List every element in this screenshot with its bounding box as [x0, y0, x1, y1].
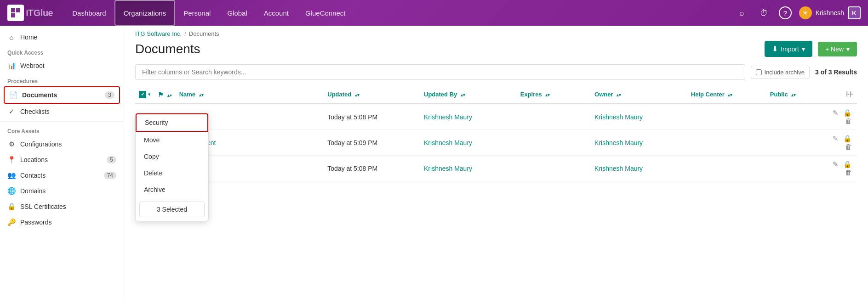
row1-owner[interactable]: Krishnesh Maury	[594, 113, 643, 121]
helpcenter-sort[interactable]: ▴▾	[728, 93, 732, 97]
owner-sort[interactable]: ▴▾	[617, 93, 621, 97]
th-checkbox: ✓ ▾	[135, 85, 154, 104]
th-owner-label: Owner	[594, 91, 613, 98]
row3-delete-icon[interactable]: 🗑	[845, 168, 852, 176]
select-all-checkbox[interactable]: ✓	[139, 91, 146, 98]
results-count: 3 of 3 Results	[815, 68, 857, 76]
th-updated[interactable]: Updated ▴▾	[324, 85, 420, 104]
row2-owner[interactable]: Krishnesh Maury	[594, 139, 643, 146]
ctx-delete[interactable]: Delete	[136, 165, 208, 181]
filter-input[interactable]	[135, 64, 745, 80]
row2-updatedby[interactable]: Krishnesh Maury	[424, 139, 472, 146]
sidebar-item-contacts[interactable]: 👥 Contacts 74	[0, 168, 124, 183]
row1-edit-icon[interactable]: ✎	[833, 109, 839, 117]
th-helpcenter[interactable]: Help Center ▴▾	[687, 85, 766, 104]
import-button[interactable]: ⬇ Import ▾	[765, 41, 812, 57]
expires-sort[interactable]: ▴▾	[545, 93, 550, 97]
svg-rect-2	[11, 13, 15, 17]
sidebar-item-locations[interactable]: 📍 Locations 5	[0, 152, 124, 168]
nav-global[interactable]: Global	[219, 0, 255, 26]
locations-badge: 5	[107, 156, 116, 163]
row2-delete-icon[interactable]: 🗑	[845, 143, 852, 151]
th-updated-label: Updated	[327, 91, 351, 98]
flag-sort[interactable]: ▴▾	[167, 94, 172, 98]
breadcrumb-org[interactable]: ITG Software Inc.	[135, 30, 182, 37]
sidebar-configurations-label: Configurations	[20, 140, 62, 148]
main-layout: ⌂ Home Quick Access 📊 Webroot Procedures…	[0, 26, 868, 303]
doc-icon: 📄	[9, 91, 17, 99]
row1-updated: Today at 5:08 PM	[327, 113, 377, 121]
public-sort[interactable]: ▴▾	[791, 93, 796, 97]
row1-lock-icon[interactable]: 🔒	[843, 109, 852, 117]
sidebar-section-procedures: Procedures	[0, 73, 124, 86]
logo-icon	[7, 5, 24, 21]
ctx-copy[interactable]: Copy	[136, 148, 208, 165]
table-header: ✓ ▾ ⚑ ▴▾ Name ▴▾ Upda	[135, 85, 857, 104]
documents-badge: 3	[105, 91, 114, 99]
table-row: ✓ IT Document Today at 5:09 PM Krishnesh…	[135, 130, 857, 156]
sidebar-item-checklists[interactable]: ✓ Checklists	[0, 104, 124, 119]
nav-organizations[interactable]: Organizations	[114, 0, 176, 26]
name-sort[interactable]: ▴▾	[199, 93, 204, 97]
row3-edit-icon[interactable]: ✎	[833, 160, 839, 168]
svg-rect-0	[11, 8, 15, 12]
sidebar-divider	[0, 121, 124, 122]
th-updatedby[interactable]: Updated By ▴▾	[420, 85, 517, 104]
history-icon[interactable]: ⏱	[757, 6, 771, 20]
search-icon[interactable]: ⌕	[735, 6, 749, 20]
sidebar-item-documents[interactable]: 📄 Documents 3	[4, 86, 120, 104]
ctx-move[interactable]: Move	[136, 132, 208, 148]
sidebar-item-passwords[interactable]: 🔑 Passwords	[0, 214, 124, 230]
ssl-icon: 🔒	[7, 202, 16, 211]
import-label: Import	[781, 45, 799, 53]
row3-owner[interactable]: Krishnesh Maury	[594, 165, 643, 172]
logo-text: ITGlue	[26, 8, 53, 18]
updated-sort[interactable]: ▴▾	[355, 93, 360, 97]
row3-updatedby[interactable]: Krishnesh Maury	[424, 165, 472, 172]
row2-edit-icon[interactable]: ✎	[833, 135, 839, 142]
row3-lock-icon[interactable]: 🔒	[843, 160, 852, 168]
help-icon[interactable]: ?	[779, 6, 792, 19]
nav-glueconnect[interactable]: GlueConnect	[297, 0, 354, 26]
new-button[interactable]: + New ▾	[818, 42, 857, 56]
flag-icon: ⚑	[158, 91, 164, 98]
cb-dropdown-icon[interactable]: ▾	[148, 92, 150, 97]
archive-checkbox[interactable]	[756, 69, 762, 75]
logo[interactable]: ITGlue	[7, 5, 53, 21]
th-expires[interactable]: Expires ▴▾	[517, 85, 591, 104]
ctx-archive[interactable]: Archive	[136, 181, 208, 198]
ctx-security[interactable]: Security	[136, 113, 208, 132]
th-owner[interactable]: Owner ▴▾	[591, 85, 687, 104]
context-menu: Security Move Copy Delete Archive 3 Sele…	[135, 113, 209, 221]
sidebar-item-ssl[interactable]: 🔒 SSL Certificates	[0, 199, 124, 214]
import-dropdown-icon: ▾	[802, 45, 805, 53]
check-icon: ✓	[7, 107, 16, 116]
nav-dashboard[interactable]: Dashboard	[64, 0, 114, 26]
sidebar-locations-label: Locations	[20, 156, 48, 163]
th-public[interactable]: Public ▴▾	[766, 85, 820, 104]
archive-checkbox-wrapper[interactable]: Include archive	[751, 66, 810, 79]
th-name[interactable]: Name ▴▾	[176, 85, 324, 104]
row2-lock-icon[interactable]: 🔒	[843, 135, 852, 142]
ctx-selected-count: 3 Selected	[139, 202, 205, 217]
sidebar-item-home[interactable]: ⌂ Home	[0, 29, 124, 45]
breadcrumb: ITG Software Inc. / Documents	[124, 26, 868, 37]
chart-icon: 📊	[7, 62, 16, 70]
breadcrumb-sep: /	[184, 30, 186, 37]
updatedby-sort[interactable]: ▴▾	[461, 93, 465, 97]
nav-account[interactable]: Account	[256, 0, 297, 26]
user-avatar-k: K	[848, 6, 861, 19]
table-row: ✓ Process Today at 5:08 PM Krishnesh Mau…	[135, 156, 857, 181]
sidebar-section-coreassets: Core Assets	[0, 123, 124, 136]
sidebar-item-domains[interactable]: 🌐 Domains	[0, 183, 124, 199]
sidebar-passwords-label: Passwords	[20, 219, 51, 226]
row3-updated: Today at 5:08 PM	[327, 165, 377, 172]
columns-icon[interactable]: ⊦⊦	[846, 90, 853, 98]
th-flag: ⚑ ▴▾	[154, 85, 176, 104]
row1-delete-icon[interactable]: 🗑	[845, 117, 852, 125]
user-menu[interactable]: ☀ Krishnesh K	[799, 6, 861, 19]
nav-personal[interactable]: Personal	[175, 0, 219, 26]
sidebar-item-webroot[interactable]: 📊 Webroot	[0, 58, 124, 73]
sidebar-item-configurations[interactable]: ⚙ Configurations	[0, 136, 124, 152]
row1-updatedby[interactable]: Krishnesh Maury	[424, 113, 472, 121]
